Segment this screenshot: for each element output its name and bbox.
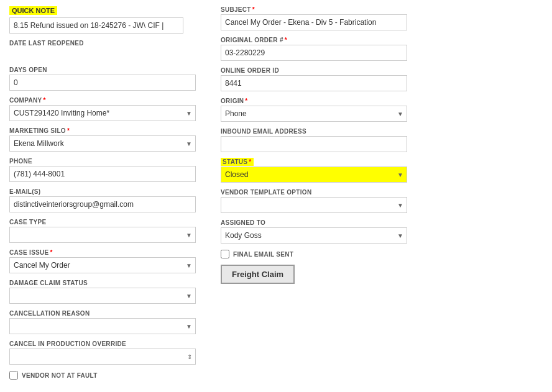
phone-label: PHONE — [9, 158, 196, 165]
company-select-wrapper: CUST291420 Inviting Home* ▼ — [9, 105, 196, 121]
emails-group: E-MAIL(S) — [9, 188, 196, 212]
cancellation-reason-label: CANCELLATION REASON — [9, 310, 196, 317]
quick-note-label: QUICK NOTE — [9, 6, 57, 15]
quick-note-group: QUICK NOTE — [9, 6, 196, 34]
left-column: QUICK NOTE DATE LAST REOPENED DAYS OPEN … — [9, 6, 196, 386]
status-select[interactable]: Closed — [221, 166, 407, 183]
final-email-sent-row: FINAL EMAIL SENT — [221, 250, 407, 258]
origin-select-wrapper: Phone ▼ — [221, 106, 407, 122]
company-label: COMPANY* — [9, 97, 196, 104]
final-email-sent-checkbox[interactable] — [221, 250, 229, 258]
original-order-group: ORIGINAL ORDER #* — [221, 37, 407, 61]
case-type-label: CASE TYPE — [9, 219, 196, 226]
original-order-input[interactable] — [221, 45, 407, 61]
case-type-select-wrapper: ▼ — [9, 227, 196, 243]
days-open-label: DAYS OPEN — [9, 66, 196, 73]
vendor-not-at-fault-row: VENDOR NOT AT FAULT — [9, 371, 196, 380]
vendor-template-select[interactable] — [221, 197, 407, 213]
final-email-sent-label: FINAL EMAIL SENT — [233, 251, 293, 258]
inbound-email-input[interactable] — [221, 136, 407, 152]
inbound-email-group: INBOUND EMAIL ADDRESS — [221, 128, 407, 152]
case-issue-select-wrapper: Cancel My Order ▼ — [9, 257, 196, 273]
origin-select[interactable]: Phone — [221, 106, 407, 122]
vendor-not-at-fault-label: VENDOR NOT AT FAULT — [22, 372, 98, 379]
online-order-id-label: ONLINE ORDER ID — [221, 67, 407, 74]
freight-claim-button[interactable]: Freight Claim — [221, 265, 295, 284]
original-order-label: ORIGINAL ORDER #* — [221, 37, 407, 43]
emails-label: E-MAIL(S) — [9, 188, 196, 195]
assigned-to-group: ASSIGNED TO Kody Goss ▼ — [221, 219, 407, 244]
subject-label: SUBJECT* — [221, 6, 407, 13]
status-label: STATUS* — [221, 158, 407, 165]
cancel-production-select-wrapper: ⇕ — [9, 349, 196, 365]
case-type-select[interactable] — [9, 227, 196, 243]
cancellation-reason-group: CANCELLATION REASON ▼ — [9, 310, 196, 334]
assigned-to-label: ASSIGNED TO — [221, 219, 407, 226]
days-open-input[interactable] — [9, 75, 196, 91]
company-group: COMPANY* CUST291420 Inviting Home* ▼ — [9, 97, 196, 121]
marketing-silo-label: MARKETING SILO* — [9, 127, 196, 134]
origin-group: ORIGIN* Phone ▼ — [221, 98, 407, 122]
inbound-email-label: INBOUND EMAIL ADDRESS — [221, 128, 407, 135]
phone-group: PHONE — [9, 158, 196, 182]
online-order-id-input[interactable] — [221, 75, 407, 91]
date-last-reopened-value — [9, 48, 196, 60]
quick-note-input[interactable] — [9, 17, 183, 34]
emails-input[interactable] — [9, 196, 196, 212]
date-last-reopened-group: DATE LAST REOPENED — [9, 40, 196, 60]
status-select-wrapper: Closed ▼ — [221, 166, 407, 183]
case-issue-label: CASE ISSUE* — [9, 249, 196, 256]
phone-input[interactable] — [9, 166, 196, 182]
assigned-to-select-wrapper: Kody Goss ▼ — [221, 227, 407, 244]
case-issue-group: CASE ISSUE* Cancel My Order ▼ — [9, 249, 196, 273]
subject-input[interactable] — [221, 14, 407, 30]
status-label-text: STATUS* — [221, 158, 254, 166]
vendor-template-select-wrapper: ▼ — [221, 197, 407, 213]
marketing-silo-select[interactable]: Ekena Millwork — [9, 135, 196, 152]
freight-claim-group: Freight Claim — [221, 265, 407, 284]
damage-claim-group: DAMAGE CLAIM STATUS ▼ — [9, 280, 196, 304]
origin-label: ORIGIN* — [221, 98, 407, 104]
cancellation-reason-select[interactable] — [9, 318, 196, 334]
damage-claim-label: DAMAGE CLAIM STATUS — [9, 280, 196, 286]
cancel-production-select[interactable] — [9, 349, 196, 365]
case-type-group: CASE TYPE ▼ — [9, 219, 196, 243]
damage-claim-select-wrapper: ▼ — [9, 288, 196, 304]
online-order-id-group: ONLINE ORDER ID — [221, 67, 407, 91]
date-last-reopened-label: DATE LAST REOPENED — [9, 40, 196, 47]
vendor-not-at-fault-checkbox[interactable] — [9, 371, 18, 380]
company-select[interactable]: CUST291420 Inviting Home* — [9, 105, 196, 121]
right-column: SUBJECT* ORIGINAL ORDER #* ONLINE ORDER … — [221, 6, 407, 386]
cancellation-reason-select-wrapper: ▼ — [9, 318, 196, 334]
marketing-silo-select-wrapper: Ekena Millwork ▼ — [9, 135, 196, 152]
subject-group: SUBJECT* — [221, 6, 407, 30]
cancel-production-label: CANCEL IN PRODUCTION OVERRIDE — [9, 340, 196, 347]
damage-claim-select[interactable] — [9, 288, 196, 304]
assigned-to-select[interactable]: Kody Goss — [221, 227, 407, 244]
vendor-template-label: VENDOR TEMPLATE OPTION — [221, 189, 407, 196]
vendor-template-group: VENDOR TEMPLATE OPTION ▼ — [221, 189, 407, 213]
case-issue-select[interactable]: Cancel My Order — [9, 257, 196, 273]
days-open-group: DAYS OPEN — [9, 66, 196, 91]
status-group: STATUS* Closed ▼ — [221, 158, 407, 183]
marketing-silo-group: MARKETING SILO* Ekena Millwork ▼ — [9, 127, 196, 152]
cancel-production-group: CANCEL IN PRODUCTION OVERRIDE ⇕ — [9, 340, 196, 365]
